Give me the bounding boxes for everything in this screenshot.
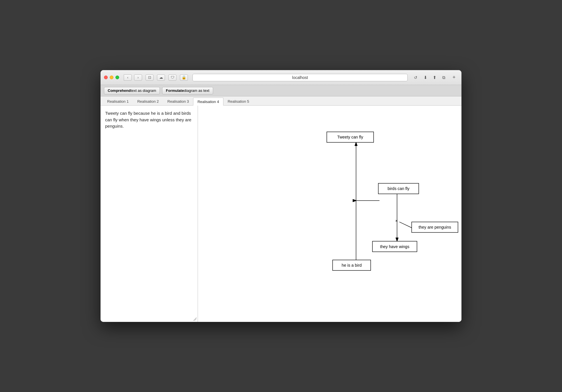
traffic-lights — [104, 76, 119, 79]
right-panel: ✕ Tweety can fly birds can fly they have… — [198, 106, 461, 322]
tab-realisation-4[interactable]: Realisation 4 — [193, 98, 223, 106]
node-tweety-label: Tweety can fly — [337, 135, 363, 139]
reload-button[interactable]: ↺ — [412, 74, 419, 81]
maximize-button[interactable] — [115, 76, 119, 79]
tab-realisation-2[interactable]: Realisation 2 — [133, 97, 163, 105]
tab-realisation-5[interactable]: Realisation 5 — [223, 97, 254, 105]
action-icons: ⬇ ⬆ ⧉ — [421, 74, 448, 81]
minimize-button[interactable] — [110, 76, 113, 79]
node-bird-label: he is a bird — [342, 263, 362, 268]
left-panel: Tweety can fly because he is a bird and … — [101, 106, 198, 322]
diagram-svg: ✕ Tweety can fly birds can fly they have… — [198, 106, 461, 322]
browser-window: ‹ › ⊡ ☁ 🛡 🔒 localhost ↺ ⬇ ⬆ ⧉ + Comprehe… — [101, 70, 461, 322]
main-content: Tweety can fly because he is a bird and … — [101, 106, 461, 322]
lock-icon[interactable]: 🔒 — [180, 74, 188, 81]
input-text: Tweety can fly because he is a bird and … — [105, 110, 193, 130]
comprehend-label-rest: text as diagram — [131, 88, 156, 93]
tab-realisation-1[interactable]: Realisation 1 — [103, 97, 133, 105]
tabbar: Realisation 1 Realisation 2 Realisation … — [101, 96, 461, 106]
cloud-icon[interactable]: ☁ — [157, 74, 165, 81]
comprehend-label-bold: Comprehend — [108, 88, 131, 93]
download-icon[interactable]: ⬇ — [421, 74, 429, 81]
x-mark: ✕ — [395, 218, 398, 223]
titlebar: ‹ › ⊡ ☁ 🛡 🔒 localhost ↺ ⬇ ⬆ ⧉ + — [101, 70, 461, 85]
node-penguins-label: they are penguins — [418, 225, 451, 229]
url-text: localhost — [292, 75, 308, 80]
formulate-button[interactable]: Formulate diagram as text — [162, 87, 213, 94]
tab-view-icon[interactable]: ⊡ — [146, 74, 154, 81]
shield-icon[interactable]: 🛡 — [168, 74, 176, 81]
address-bar[interactable]: localhost — [192, 74, 408, 81]
forward-button[interactable]: › — [134, 74, 142, 81]
back-button[interactable]: ‹ — [124, 74, 132, 81]
comprehend-button[interactable]: Comprehend text as diagram — [104, 87, 160, 94]
new-tab-button[interactable]: + — [450, 74, 458, 81]
duplicate-icon[interactable]: ⧉ — [440, 74, 448, 81]
node-wings-label: they have wings — [380, 244, 410, 249]
formulate-label-rest: diagram as text — [184, 88, 209, 93]
formulate-label-bold: Formulate — [166, 88, 184, 93]
resize-handle[interactable] — [193, 317, 196, 321]
line-penguins-to-x — [399, 222, 412, 228]
toolbar: Comprehend text as diagram Formulate dia… — [101, 85, 461, 96]
share-icon[interactable]: ⬆ — [431, 74, 439, 81]
close-button[interactable] — [104, 76, 108, 79]
tab-realisation-3[interactable]: Realisation 3 — [163, 97, 193, 105]
node-birds-label: birds can fly — [388, 186, 410, 191]
